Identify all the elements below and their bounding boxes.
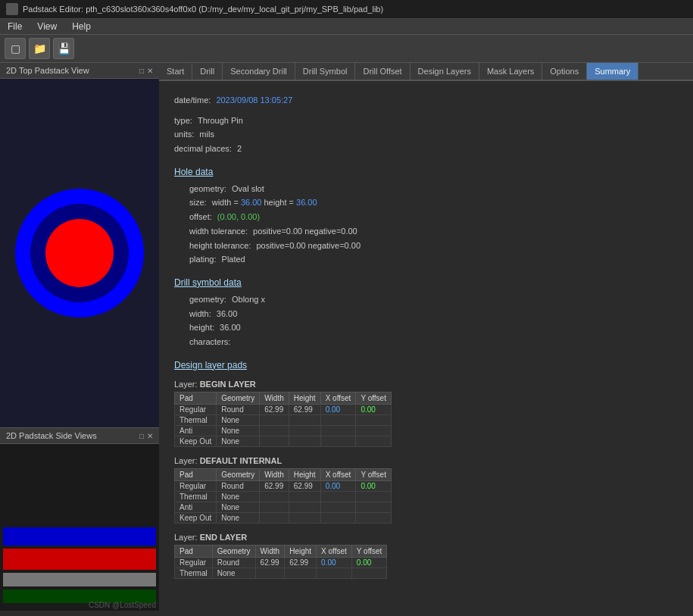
main-layout: 2D Top Padstack View □ ✕ 2D Padstack Sid…: [0, 63, 693, 616]
menu-bar: File View Help: [0, 19, 693, 35]
table-row: AntiNone: [175, 502, 392, 512]
table-header: Width: [260, 392, 289, 404]
tab-drill-symbol[interactable]: Drill Symbol: [295, 63, 356, 80]
tab-options[interactable]: Options: [542, 63, 587, 80]
table-row: Keep OutNone: [175, 512, 392, 523]
side-view-close[interactable]: ✕: [147, 432, 153, 440]
tab-drill[interactable]: Drill: [192, 63, 223, 80]
table-row: RegularRound62.9962.990.000.00: [175, 404, 392, 414]
tab-drill-offset[interactable]: Drill Offset: [355, 63, 410, 80]
table-header: Geometry: [217, 392, 260, 404]
circle-outer: [15, 189, 144, 317]
side-view-restore[interactable]: □: [139, 432, 144, 440]
hole-data-title[interactable]: Hole data: [174, 167, 678, 177]
top-view-close[interactable]: ✕: [147, 67, 153, 75]
table-header: Pad: [175, 545, 213, 557]
table-header: Y offset: [356, 392, 392, 404]
side-strip-blue: [3, 527, 156, 546]
table-row: RegularRound62.9962.990.000.00: [175, 480, 392, 491]
layer-section: Layer: DEFAULT INTERNALPadGeometryWidthH…: [174, 456, 678, 524]
side-strip-row: [3, 549, 156, 570]
side-view-canvas: CSDN @LostSpeed: [0, 444, 159, 611]
table-header: Width: [255, 545, 285, 557]
table-row: ThermalNone: [175, 491, 392, 502]
table-header: Pad: [175, 468, 217, 480]
table-row: ThermalNone: [175, 414, 392, 425]
tab-secondary-drill[interactable]: Secondary Drill: [223, 63, 295, 80]
summary-content: date/time: 2023/09/08 13:05:27 type: Thr…: [159, 81, 693, 616]
table-header: Height: [289, 468, 320, 480]
table-row: ThermalNone: [175, 568, 387, 578]
top-view-restore[interactable]: □: [139, 67, 144, 75]
new-button[interactable]: ▢: [5, 38, 26, 59]
layer-label: Layer: BEGIN LAYER: [174, 380, 678, 389]
side-view-header: 2D Padstack Side Views □ ✕: [0, 428, 159, 444]
side-strip-red: [3, 549, 156, 570]
table-row: Keep OutNone: [175, 436, 392, 446]
table-header: Height: [285, 545, 317, 557]
top-view-header: 2D Top Padstack View □ ✕: [0, 63, 159, 79]
table-row: RegularRound62.9962.990.000.00: [175, 557, 387, 568]
tab-design-layers[interactable]: Design Layers: [410, 63, 479, 80]
title-text: Padstack Editor: pth_c630slot360x360s4of…: [23, 5, 383, 14]
layers-container: Layer: BEGIN LAYERPadGeometryWidthHeight…: [174, 380, 678, 579]
tabs: Start Drill Secondary Drill Drill Symbol…: [159, 63, 693, 81]
top-view-canvas: [0, 79, 159, 427]
save-button[interactable]: 💾: [53, 38, 74, 59]
layer-label: Layer: END LAYER: [174, 533, 678, 542]
layer-section: Layer: BEGIN LAYERPadGeometryWidthHeight…: [174, 380, 678, 447]
drill-symbol-title[interactable]: Drill symbol data: [174, 277, 678, 288]
table-header: Pad: [175, 392, 217, 404]
table-header: Geometry: [212, 545, 255, 557]
type-line: type: Through Pin units: mils decimal pl…: [174, 114, 678, 156]
menu-view[interactable]: View: [30, 19, 64, 34]
table-header: Y offset: [356, 468, 392, 480]
table-header: X offset: [320, 468, 356, 480]
table-header: X offset: [320, 392, 356, 404]
watermark: CSDN @LostSpeed: [89, 601, 156, 609]
top-view-controls: □ ✕: [139, 67, 153, 75]
hole-data-content: geometry: Oval slot size: width = 36.00 …: [174, 182, 678, 267]
table-header: Geometry: [217, 468, 260, 480]
top-view-title: 2D Top Padstack View: [6, 66, 89, 75]
table-row: AntiNone: [175, 425, 392, 436]
pad-table: PadGeometryWidthHeightX offsetY offsetRe…: [174, 468, 392, 524]
layer-section: Layer: END LAYERPadGeometryWidthHeightX …: [174, 533, 678, 579]
tab-start[interactable]: Start: [159, 63, 192, 80]
tab-mask-layers[interactable]: Mask Layers: [479, 63, 542, 80]
open-button[interactable]: 📁: [29, 38, 50, 59]
table-header: Y offset: [351, 545, 387, 557]
app-icon: [6, 3, 18, 15]
toolbar: ▢ 📁 💾: [0, 35, 693, 63]
table-header: Width: [260, 468, 289, 480]
side-view-title: 2D Padstack Side Views: [6, 431, 97, 440]
left-panel: 2D Top Padstack View □ ✕ 2D Padstack Sid…: [0, 63, 159, 616]
drill-symbol-content: geometry: Oblong x width: 36.00 height: …: [174, 292, 678, 349]
side-strip-gray: [3, 573, 156, 586]
title-bar: Padstack Editor: pth_c630slot360x360s4of…: [0, 0, 693, 19]
side-view: 2D Padstack Side Views □ ✕ CSDN @LostSpe…: [0, 427, 159, 616]
table-header: Height: [289, 392, 320, 404]
layer-label: Layer: DEFAULT INTERNAL: [174, 456, 678, 465]
design-layer-pads-title[interactable]: Design layer pads: [174, 360, 678, 371]
menu-file[interactable]: File: [0, 19, 30, 34]
datetime-line: date/time: 2023/09/08 13:05:27: [174, 93, 678, 108]
circle-inner: [45, 219, 114, 287]
menu-help[interactable]: Help: [64, 19, 98, 34]
pad-table: PadGeometryWidthHeightX offsetY offsetRe…: [174, 545, 387, 579]
circle-mid: [30, 204, 129, 302]
tab-summary[interactable]: Summary: [587, 63, 638, 80]
right-panel: Start Drill Secondary Drill Drill Symbol…: [159, 63, 693, 616]
table-header: X offset: [317, 545, 352, 557]
side-view-controls: □ ✕: [139, 432, 153, 440]
pad-table: PadGeometryWidthHeightX offsetY offsetRe…: [174, 392, 392, 447]
